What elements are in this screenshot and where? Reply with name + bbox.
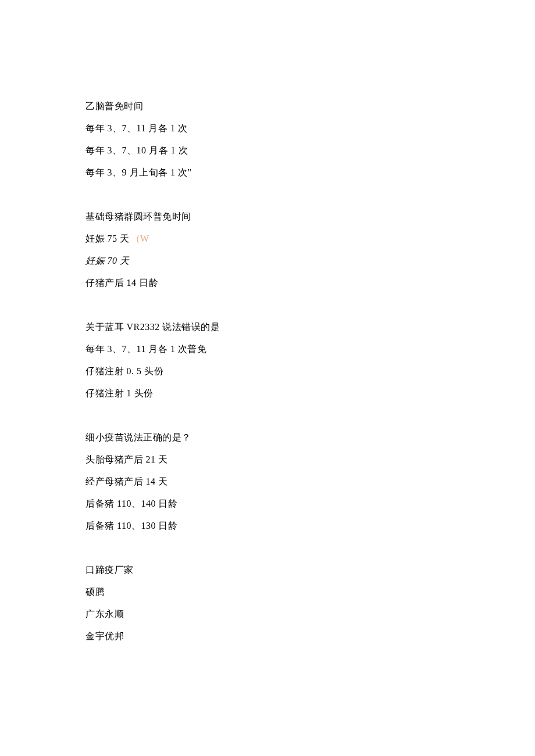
question-option: 后备猪 110、130 日龄 [85,515,535,537]
question-option: 仔猪注射 0. 5 头份 [85,360,535,382]
question-block-3: 关于蓝耳 VR2332 说法错误的是 每年 3、7、11 月各 1 次普免 仔猪… [85,316,535,404]
question-option: 仔猪产后 14 日龄 [85,272,535,294]
question-block-1: 乙脑普免时间 每年 3、7、11 月各 1 次 每年 3、7、10 月各 1 次… [85,95,535,184]
question-block-2: 基础母猪群圆环普免时间 妊娠 75 天（W 妊娠 70 天 仔猪产后 14 日龄 [85,206,535,294]
question-option: 经产母猪产后 14 天 [85,471,535,493]
question-option: 广东永顺 [85,603,535,625]
annotation-text: （W [131,234,149,243]
question-title: 关于蓝耳 VR2332 说法错误的是 [85,316,535,338]
question-option: 每年 3、7、11 月各 1 次 [85,117,535,139]
question-option: 后备猪 110、140 日龄 [85,493,535,515]
question-option-with-annotation: 妊娠 75 天（W [85,228,535,250]
question-option: 仔猪注射 1 头份 [85,382,535,404]
option-text: 妊娠 75 天 [85,234,130,243]
question-block-5: 口蹄疫厂家 硕腾 广东永顺 金宇优邦 [85,559,535,647]
question-option: 每年 3、7、11 月各 1 次普免 [85,338,535,360]
question-title: 乙脑普免时间 [85,95,535,117]
question-option-italic: 妊娠 70 天 [85,250,535,272]
question-title: 口蹄疫厂家 [85,559,535,581]
question-block-4: 细小疫苗说法正确的是？ 头胎母猪产后 21 天 经产母猪产后 14 天 后备猪 … [85,427,535,537]
question-option: 硕腾 [85,581,535,603]
question-option: 头胎母猪产后 21 天 [85,449,535,471]
question-option: 金宇优邦 [85,625,535,647]
question-title: 细小疫苗说法正确的是？ [85,427,535,449]
question-option: 每年 3、9 月上旬各 1 次" [85,162,535,184]
question-title: 基础母猪群圆环普免时间 [85,206,535,228]
question-option: 每年 3、7、10 月各 1 次 [85,139,535,162]
